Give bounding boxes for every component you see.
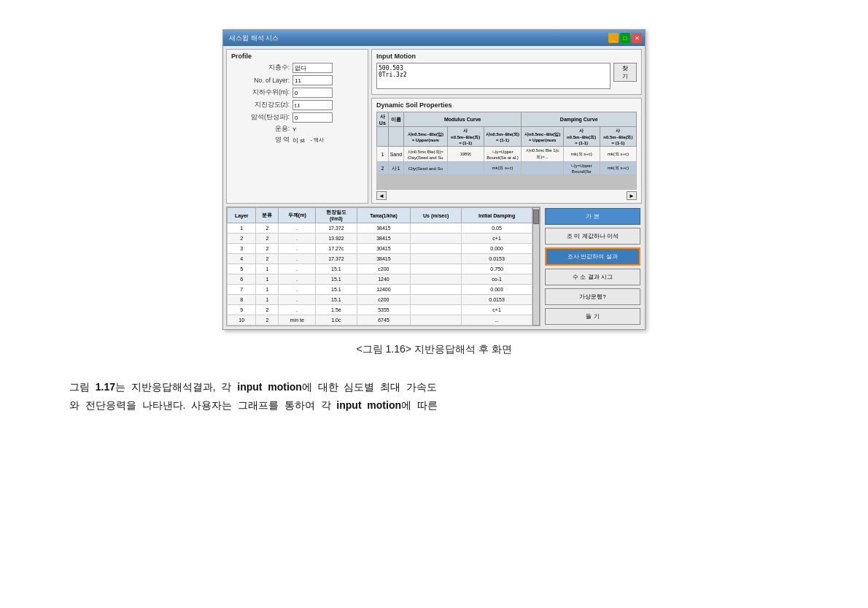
col-layer: Layer — [228, 208, 256, 223]
scroll-thumb[interactable] — [533, 209, 539, 224]
stratum-count-input[interactable] — [292, 63, 333, 73]
layer-row-3: 32.17.27c304150.000 — [228, 244, 532, 254]
operation-value: Y — [292, 126, 296, 133]
body-paragraph-1: 그림 1.17는 지반응답해석결과, 각 input motion에 대한 심도… — [69, 378, 799, 396]
field-stratum-count: 지층수: — [231, 63, 363, 73]
dsp-sub8: 사n0.5m~Ble(외) = (1-1) — [600, 127, 636, 147]
water-level-input[interactable] — [292, 88, 333, 98]
motion-textarea[interactable]: 500.503 0Tri.3z2 — [376, 63, 611, 89]
browse-button[interactable]: 찾기 — [613, 63, 637, 82]
layer-row-9: 92.1.5e5355c+1 — [228, 305, 532, 315]
layers-table: Layer 분류 두께(m) 현장밀도(t/m3) Tama(1/kha) Us… — [227, 207, 532, 326]
window-body: Profile 지층수: No. of Layer: 지하수위(m): — [223, 46, 645, 329]
dsp-nav: ◄ ► — [376, 191, 637, 200]
col-type: 분류 — [256, 208, 279, 223]
vertical-scrollbar[interactable] — [532, 207, 540, 326]
seismic-label: 지진강도(z): — [231, 101, 290, 109]
btn-results[interactable]: 수 소 결과 시그 — [545, 269, 640, 285]
profile-panel: Profile 지층수: No. of Layer: 지하수위(m): — [226, 49, 368, 204]
layer-row-4: 42.17.372384150.0153 — [228, 254, 532, 264]
dsp-sub3: 사n0.5mc~Ble(입) = Upper(num — [404, 127, 447, 147]
layer-row-10: 102min te1.0c6745... — [228, 315, 532, 326]
para1-ref: 1.17 — [96, 381, 115, 393]
rock-label: 암석(탄성파): — [231, 113, 290, 122]
dsp-sub5: 사n0.5m~Ble(외) = (1-1) — [484, 127, 522, 147]
body-paragraph-2: 와 전단응력을 나타낸다. 사용자는 그래프를 통하여 각 input moti… — [69, 396, 799, 415]
layer-row-1: 12.17.372384150.05 — [228, 223, 532, 234]
col-thickness: 두께(m) — [279, 208, 316, 223]
dsp-empty-row — [377, 175, 637, 190]
body-text-block: 그림 1.17는 지반응답해석결과, 각 input motion에 대한 심도… — [69, 378, 799, 415]
dsp-next-button[interactable]: ► — [627, 191, 637, 200]
top-section: Profile 지층수: No. of Layer: 지하수위(m): — [226, 49, 642, 204]
dsp-col-modulus: Modulus Curve — [404, 112, 522, 127]
dsp-col-name: 이름 — [388, 112, 403, 127]
stratum-count-label: 지층수: — [231, 64, 290, 72]
dsp-sub4: 사n0.5m~Ble(외) = (1-1) — [447, 127, 484, 147]
para1-bold1: input motion — [237, 381, 302, 393]
app-window: 새스윕 해석 시스 _ □ ✕ Profile 지층수: — [222, 29, 646, 330]
dsp-row-2-selected: 2 사1 Clty(Seed and Su mk(외 s+c) 나y=Upper… — [377, 162, 637, 175]
dsp-panel: Dynamic Soil Properties 사 Us 이름 Modulus … — [371, 98, 642, 204]
dsp-table: 사 Us 이름 Modulus Curve Damping Curve 사n0. — [376, 112, 637, 190]
figure-caption: <그림 1.16> 지반응답해석 후 화면 — [356, 343, 511, 356]
btn-analysis2[interactable]: 조사 반값하여 설과 — [545, 247, 640, 266]
region-label: 영 역 — [231, 136, 290, 145]
input-motion-column: Input Motion 500.503 0Tri.3z2 찾기 Dynamic… — [371, 49, 642, 204]
layer-row-2: 22.13.92238415c+1 — [228, 234, 532, 244]
profile-panel-title: Profile — [231, 53, 363, 60]
field-water-level: 지하수위(m): — [231, 88, 363, 98]
region-extra: - 역사 — [310, 136, 323, 144]
dsp-prev-button[interactable]: ◄ — [376, 191, 387, 200]
dsp-sub2 — [388, 127, 403, 147]
layer-row-5: 51.15.1c2000.750 — [228, 264, 532, 274]
input-motion-panel: Input Motion 500.503 0Tri.3z2 찾기 — [371, 49, 642, 95]
field-rock: 암석(탄성파): — [231, 112, 363, 123]
para2-text1: 와 전단응력을 나타낸다. 사용자는 그래프를 통하여 각 — [69, 399, 336, 411]
dsp-col-damping: Damping Curve — [522, 112, 637, 127]
para1-text2: 에 대한 심도별 최대 가속도 — [302, 381, 437, 393]
col-vs: Us (m/sec) — [411, 208, 462, 223]
layer-row-8: 81.15.1c2000.0153 — [228, 295, 532, 305]
action-buttons-panel: 가 본 조 미 계값하나 이석 조사 반값하여 설과 수 소 결과 시그 가상운… — [543, 207, 642, 326]
para2-text2: 에 따른 — [401, 399, 438, 411]
close-button[interactable]: ✕ — [632, 33, 642, 43]
para1-start: 그림 — [69, 381, 96, 393]
seismic-input[interactable] — [292, 100, 333, 110]
water-level-label: 지하수위(m): — [231, 88, 290, 97]
bottom-section: Layer 분류 두께(m) 현장밀도(t/m3) Tama(1/kha) Us… — [226, 207, 642, 326]
dsp-sub7: 사n0.5m~Ble(외) = (1-1) — [563, 127, 600, 147]
para2-bold1: input motion — [336, 399, 401, 411]
dsp-sub1 — [377, 127, 389, 147]
dsp-row-1: 1 Sand 사n0.5mc Ble(외)= Clay(Seed and Su … — [377, 147, 637, 162]
input-motion-title: Input Motion — [376, 53, 637, 60]
col-tama: Tama(1/kha) — [357, 208, 411, 223]
layer-row-7: 71.15.1124000.003 — [228, 285, 532, 295]
dsp-title: Dynamic Soil Properties — [376, 101, 637, 109]
num-layers-input[interactable] — [292, 75, 333, 85]
operation-label: 운용: — [231, 125, 290, 134]
btn-virtual[interactable]: 가상운행? — [545, 288, 640, 305]
btn-gabon[interactable]: 가 본 — [545, 208, 640, 225]
btn-close[interactable]: 들 기 — [545, 308, 640, 325]
minimize-button[interactable]: _ — [608, 33, 619, 43]
num-layers-label: No. of Layer: — [231, 77, 290, 84]
title-bar-controls: _ □ ✕ — [608, 33, 642, 43]
col-density: 현장밀도(t/m3) — [316, 208, 357, 223]
layers-area: Layer 분류 두께(m) 현장밀도(t/m3) Tama(1/kha) Us… — [226, 207, 540, 326]
para1-text1: 는 지반응답해석결과, 각 — [115, 381, 237, 393]
col-damping: Initial Damping — [462, 208, 532, 223]
dsp-col-us: 사 Us — [377, 112, 389, 127]
maximize-button[interactable]: □ — [620, 33, 630, 43]
dsp-sub6: 사n0.5mc~Ble(입) = Upper(num — [522, 127, 563, 147]
field-region: 영 역 이 st - 역사 — [231, 136, 363, 145]
title-bar: 새스윕 해석 시스 _ □ ✕ — [223, 30, 645, 46]
page-content: 새스윕 해석 시스 _ □ ✕ Profile 지층수: — [69, 29, 799, 415]
field-seismic: 지진강도(z): — [231, 100, 363, 110]
field-operation: 운용: Y — [231, 125, 363, 134]
region-value: 이 st — [292, 136, 304, 145]
screenshot-wrapper: 새스윕 해석 시스 _ □ ✕ Profile 지층수: — [222, 29, 646, 330]
btn-analysis1[interactable]: 조 미 계값하나 이석 — [545, 228, 640, 245]
layer-row-6: 61.15.11240co-1 — [228, 274, 532, 285]
rock-input[interactable] — [292, 112, 333, 123]
